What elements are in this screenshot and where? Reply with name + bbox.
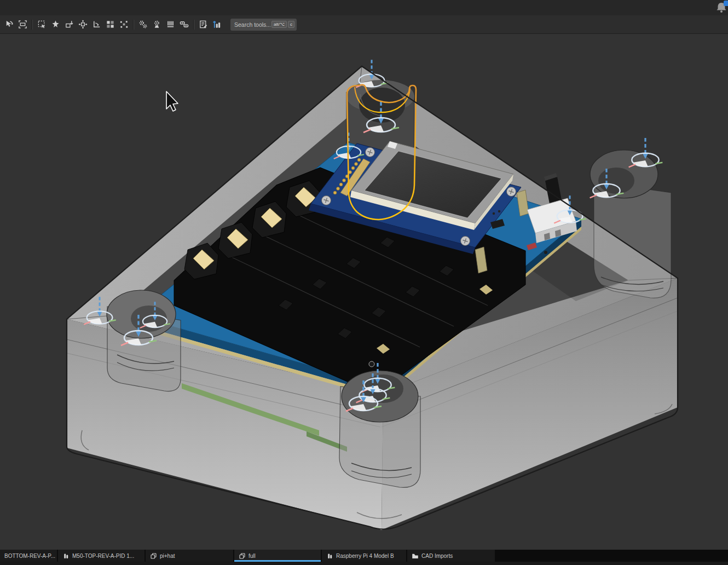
new-component-tool-icon — [51, 20, 60, 29]
tab-label: BOTTOM-REV-A-P... — [4, 553, 55, 559]
corner-post-front[interactable] — [339, 371, 420, 487]
tab-raspberry-pi-4-model-b[interactable]: Raspberry Pi 4 Model B — [322, 550, 406, 562]
box-select-tool-button[interactable] — [35, 18, 49, 32]
search-placeholder: Search tools... — [234, 21, 270, 28]
tab-label: CAD Imports — [421, 553, 453, 559]
corner-post-left[interactable] — [107, 290, 181, 391]
document-icon — [239, 552, 246, 560]
search-shortcut-c: c — [288, 21, 294, 28]
drawing-tool-icon — [199, 20, 208, 29]
tab-full[interactable]: full — [234, 550, 321, 562]
select-transform-tool-button[interactable] — [2, 18, 16, 32]
notification-badge — [724, 1, 728, 6]
corner-post-right[interactable] — [590, 150, 671, 298]
explode-view-tool-button[interactable] — [117, 18, 131, 32]
fit-view-tool-button[interactable] — [16, 18, 30, 32]
tab-bottom-rev-a-p-[interactable]: BOTTOM-REV-A-P... — [0, 550, 57, 562]
gear-joint-tool-button[interactable] — [136, 18, 150, 32]
tab-pi-hat[interactable]: pi+hat — [146, 550, 233, 562]
place-component-tool-icon — [78, 20, 88, 29]
insert-component-tool-button[interactable] — [62, 18, 76, 32]
bottom-strip — [0, 562, 728, 565]
3d-viewport[interactable] — [0, 34, 728, 550]
select-transform-tool-icon — [4, 20, 14, 29]
cad-application-window: Search tools... alt/⌥ c — [0, 0, 728, 565]
gear-joint-tool-icon — [138, 20, 148, 29]
toolbar-separator — [133, 20, 134, 30]
export-upload-tool-button[interactable] — [210, 18, 224, 32]
motor-joint-tool-icon — [152, 20, 161, 29]
main-toolbar: Search tools... alt/⌥ c — [0, 15, 728, 34]
motor-joint-tool-button[interactable] — [150, 18, 164, 32]
tab-label: full — [249, 553, 256, 559]
box-select-tool-icon — [37, 20, 47, 29]
toolbar-separator — [32, 20, 33, 30]
fit-view-tool-icon — [18, 20, 27, 29]
document-tabbar: BOTTOM-REV-A-P...M50-TOP-REV-A-PID 1...p… — [0, 550, 728, 562]
orient-component-tool-icon — [92, 20, 101, 29]
insert-component-tool-icon — [65, 20, 74, 29]
orient-component-tool-button[interactable] — [90, 18, 103, 32]
pattern-component-tool-icon — [106, 20, 115, 29]
search-tools-field[interactable]: Search tools... alt/⌥ c — [230, 19, 297, 31]
tab-label: pi+hat — [160, 553, 175, 559]
notifications-bell-icon[interactable] — [714, 1, 728, 15]
3d-scene — [0, 34, 728, 550]
part-icon — [326, 552, 333, 560]
new-component-tool-button[interactable] — [49, 18, 62, 32]
toolbar-separator — [193, 20, 194, 30]
rack-joint-tool-icon — [166, 20, 175, 29]
folder-icon — [412, 552, 419, 560]
tab-m50-top-rev-a-pid-1-[interactable]: M50-TOP-REV-A-PID 1... — [58, 550, 145, 562]
pattern-component-tool-button[interactable] — [103, 18, 117, 32]
link-joint-tool-button[interactable] — [177, 18, 191, 32]
tab-label: M50-TOP-REV-A-PID 1... — [72, 553, 134, 559]
drawing-tool-button[interactable] — [197, 18, 210, 32]
rack-joint-tool-button[interactable] — [164, 18, 177, 32]
search-shortcut-alt: alt/⌥ — [271, 21, 287, 28]
tab-label: Raspberry Pi 4 Model B — [336, 553, 394, 559]
document-icon — [150, 552, 157, 560]
pcb-screw-hole — [369, 361, 374, 367]
mouse-cursor — [166, 91, 178, 111]
part-icon — [62, 552, 70, 560]
place-component-tool-button[interactable] — [76, 18, 90, 32]
export-upload-tool-icon — [212, 20, 222, 29]
window-titlebar — [0, 0, 728, 15]
explode-view-tool-icon — [119, 20, 129, 29]
link-joint-tool-icon — [180, 20, 189, 29]
tab-cad-imports[interactable]: CAD Imports — [407, 550, 495, 562]
